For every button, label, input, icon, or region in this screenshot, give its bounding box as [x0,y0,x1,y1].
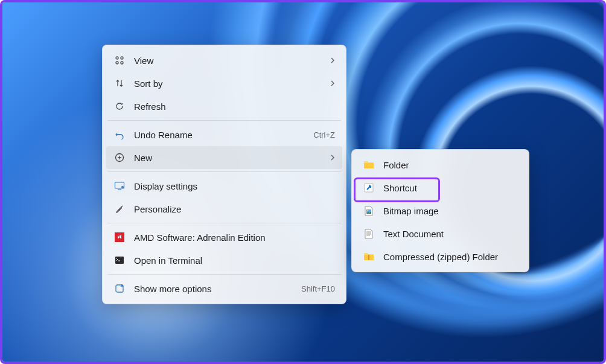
menu-accelerator: Ctrl+Z [313,130,335,139]
brush-icon [113,203,126,215]
svg-point-6 [121,186,124,188]
submenu-item-text-document[interactable]: Text Document [356,222,525,245]
menu-label: Sort by [134,78,325,89]
chevron-right-icon [330,154,335,161]
terminal-icon [113,254,126,266]
submenu-item-shortcut[interactable]: Shortcut [356,176,525,199]
submenu-item-bitmap[interactable]: Bitmap image [356,199,525,222]
svg-point-3 [121,62,123,64]
menu-label: Bitmap image [383,206,518,216]
menu-item-refresh[interactable]: Refresh [106,95,342,118]
menu-item-sort-by[interactable]: Sort by [106,72,342,95]
grid-icon [113,54,126,66]
menu-label: Personalize [134,204,335,214]
submenu-item-compressed-folder[interactable]: Compressed (zipped) Folder [356,245,525,268]
svg-point-12 [367,210,368,211]
folder-icon [363,159,375,171]
svg-rect-13 [368,255,369,260]
menu-label: Folder [383,160,518,170]
menu-label: Shortcut [383,183,518,193]
new-submenu: Folder Shortcut Bitmap image Text Docume… [351,149,529,272]
menu-label: Compressed (zipped) Folder [383,252,518,262]
undo-icon [113,129,126,141]
menu-label: Undo Rename [134,130,313,140]
menu-item-amd-software[interactable]: AMD Software: Adrenalin Edition [106,226,342,249]
menu-item-show-more-options[interactable]: Show more options Shift+F10 [106,277,342,300]
menu-separator [107,274,341,275]
text-doc-icon [363,228,375,240]
plus-circle-icon [113,152,126,164]
shortcut-icon [363,182,375,194]
menu-label: Open in Terminal [134,255,335,266]
refresh-icon [113,100,126,112]
menu-item-personalize[interactable]: Personalize [106,197,342,220]
menu-label: Refresh [134,101,335,112]
sort-icon [113,77,126,89]
svg-point-1 [121,57,123,59]
zip-folder-icon [363,251,375,263]
svg-rect-8 [115,257,124,264]
menu-separator [107,223,341,223]
menu-label: Display settings [134,181,335,191]
menu-label: New [134,153,325,163]
menu-item-open-terminal[interactable]: Open in Terminal [106,249,342,272]
menu-label: Text Document [383,229,518,239]
chevron-right-icon [330,80,335,87]
bitmap-icon [363,205,375,217]
svg-point-0 [116,57,118,59]
display-icon [113,180,126,192]
menu-item-display-settings[interactable]: Display settings [106,174,342,197]
menu-item-view[interactable]: View [106,49,342,72]
chevron-right-icon [330,57,335,64]
menu-label: AMD Software: Adrenalin Edition [134,232,335,243]
menu-separator [107,120,341,121]
desktop-context-menu: View Sort by Refresh Undo Rename Ctrl+Z … [102,45,346,304]
menu-label: View [134,56,325,66]
submenu-item-folder[interactable]: Folder [356,153,525,176]
menu-accelerator: Shift+F10 [301,284,335,293]
menu-separator [107,171,341,172]
amd-icon [113,231,126,243]
more-options-icon [113,283,126,295]
menu-item-new[interactable]: New [106,146,342,169]
menu-item-undo-rename[interactable]: Undo Rename Ctrl+Z [106,123,342,146]
svg-point-2 [116,62,118,64]
menu-label: Show more options [134,284,301,294]
